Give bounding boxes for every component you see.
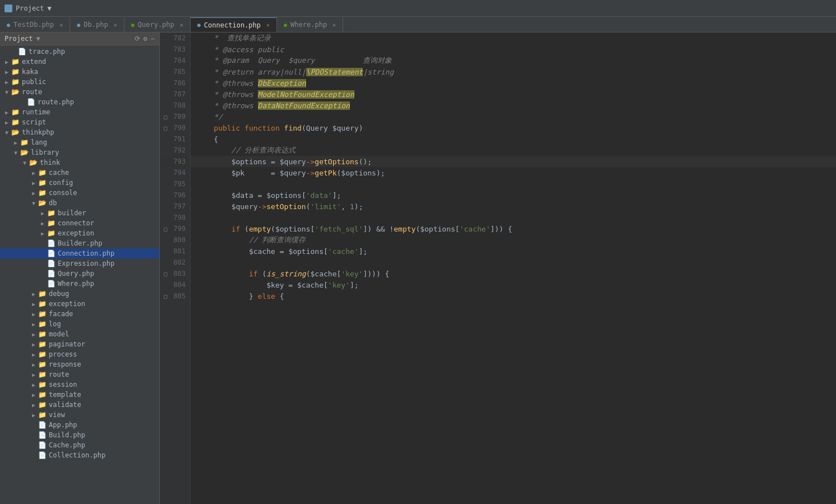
sidebar-item-cache[interactable]: ▶ 📁 cache [0,168,159,178]
sidebar-item-session[interactable]: ▶ 📁 session [0,380,159,390]
sidebar-label-route-php: route.php [38,98,74,106]
tab-testdb-close[interactable]: ✕ [59,22,63,28]
sidebar-item-config[interactable]: ▶ 📁 config [0,178,159,188]
sidebar-label-config: config [49,179,73,187]
sidebar-item-builder-php[interactable]: 📄 Builder.php [0,238,159,248]
tab-db[interactable]: ● Db.php ✕ [70,17,124,32]
tab-where[interactable]: ● Where.php ✕ [277,17,343,32]
folder-icon-validate: 📁 [38,401,47,409]
sidebar-item-trace[interactable]: 📄 trace.php [0,47,159,57]
tab-where-close[interactable]: ✕ [332,22,336,28]
sidebar-item-process[interactable]: ▶ 📁 process [0,349,159,359]
fold-marker-799[interactable]: □ [162,225,169,232]
tree-arrow-model: ▶ [29,331,38,337]
sidebar-label-script: script [22,118,46,126]
sidebar-item-runtime[interactable]: ▶ 📁 runtime [0,107,159,117]
sidebar-item-connector[interactable]: ▶ 📁 connector [0,218,159,228]
tab-testdb[interactable]: ● TestDb.php ✕ [0,17,70,32]
sidebar-item-extend[interactable]: ▶ 📁 extend [0,57,159,67]
gutter-line-789: □ 789 [160,111,190,122]
code-semi-797: ; [359,202,363,211]
code-line-802 [191,257,836,268]
sidebar-item-template[interactable]: ▶ 📁 template [0,390,159,400]
tab-query-close[interactable]: ✕ [180,22,183,28]
folder-icon-config: 📁 [38,179,47,187]
sidebar-dropdown-icon[interactable]: ▼ [36,35,40,43]
sidebar-item-app-php[interactable]: 📄 App.php [0,420,159,430]
sidebar-item-facade[interactable]: ▶ 📁 facade [0,309,159,319]
sidebar-label-console: console [49,189,77,197]
sidebar-item-collection-php[interactable]: 📄 Collection.php [0,450,159,460]
fold-marker-790[interactable]: □ [162,124,169,131]
sidebar-item-build-php[interactable]: 📄 Build.php [0,430,159,440]
sidebar-item-connection-php[interactable]: 📄 Connection.php [0,248,159,258]
sidebar-item-console[interactable]: ▶ 📁 console [0,188,159,198]
sidebar-item-log[interactable]: ▶ 📁 log [0,319,159,329]
sidebar-header: Project ▼ ⟳ ⚙ − [0,33,159,45]
tree-arrow-paginator: ▶ [29,341,38,348]
sidebar-item-exception-folder[interactable]: ▶ 📁 exception [0,228,159,238]
tree-arrow-thinkphp: ▼ [2,130,11,136]
sidebar-item-exception2[interactable]: ▶ 📁 exception [0,299,159,309]
sidebar-sync-icon[interactable]: ⟳ [135,35,140,43]
title-bar-dropdown-icon[interactable]: ▼ [48,4,52,12]
sidebar-item-paginator[interactable]: ▶ 📁 paginator [0,339,159,349]
sidebar-item-script[interactable]: ▶ 📁 script [0,117,159,127]
sidebar-item-cache-php[interactable]: 📄 Cache.php [0,440,159,450]
sidebar-item-db[interactable]: ▼ 📂 db [0,198,159,208]
folder-icon-console: 📁 [38,189,47,197]
sidebar-item-lang[interactable]: ▶ 📁 lang [0,137,159,147]
sidebar-label-library: library [31,149,59,156]
code-space-790b [280,124,284,132]
code-brace-805: } [249,292,258,300]
folder-icon-lang: 📁 [20,138,29,146]
fold-marker-805[interactable]: □ [162,293,169,299]
code-semi-794: ; [381,169,385,177]
sidebar-gear-icon[interactable]: ⚙ [144,35,147,43]
folder-icon-connector: 📁 [47,219,56,227]
sidebar-label-expression-php: Expression.php [58,260,114,267]
sidebar-item-view[interactable]: ▶ 📁 view [0,410,159,420]
sidebar-item-think[interactable]: ▼ 📂 think [0,158,159,168]
sidebar-item-kaka[interactable]: ▶ 📁 kaka [0,67,159,77]
gutter-line-796: 796 [160,189,190,201]
code-space-805: { [275,292,284,300]
code-paren-799c: ( [415,225,420,233]
sidebar-item-route[interactable]: ▼ 📂 route [0,87,159,97]
code-spaces-794: = [244,169,280,177]
code-space-799: ( [240,225,249,233]
code-str-801: 'cache' [328,247,359,256]
sidebar-item-model[interactable]: ▶ 📁 model [0,329,159,339]
code-line-800: // 判断查询缓存 [191,234,836,246]
code-bracket-803a: [ [336,270,341,278]
fold-marker-789[interactable]: □ [162,113,169,120]
tab-query[interactable]: ● Query.php ✕ [124,17,191,32]
code-var-query-790: $query [332,124,359,132]
sidebar-item-query-php[interactable]: 📄 Query.php [0,269,159,279]
code-paren-793: () [359,158,368,166]
code-area[interactable]: * 查找单条记录 * @access public * @param Query… [191,33,836,504]
tab-db-close[interactable]: ✕ [114,22,117,28]
code-arr-801: $options [288,247,324,256]
sidebar-item-where-php[interactable]: 📄 Where.php [0,279,159,289]
sidebar-item-response[interactable]: ▶ 📁 response [0,359,159,369]
sidebar-label-paginator: paginator [49,340,85,348]
code-eq-801: = [275,247,288,256]
sidebar-item-library[interactable]: ▼ 📂 library [0,147,159,158]
folder-icon-view: 📁 [38,411,47,419]
tab-connection[interactable]: ● Connection.php ✕ [191,17,277,32]
sidebar-item-route-php[interactable]: 📄 route.php [0,97,159,107]
sidebar-item-debug[interactable]: ▶ 📁 debug [0,289,159,299]
fold-marker-803[interactable]: □ [162,270,169,277]
sidebar-minimize-icon[interactable]: − [151,35,155,43]
sidebar-item-thinkphp[interactable]: ▼ 📂 thinkphp [0,127,159,137]
sidebar-item-public[interactable]: ▶ 📁 public [0,77,159,87]
sidebar-item-validate[interactable]: ▶ 📁 validate [0,400,159,410]
code-indent-793 [196,158,232,166]
sidebar-item-builder-folder[interactable]: ▶ 📁 builder [0,208,159,218]
tab-connection-close[interactable]: ✕ [266,22,270,28]
code-line-787: * @throws ModelNotFoundException [191,89,836,100]
sidebar-label-builder-folder: builder [58,209,86,217]
sidebar-item-expression-php[interactable]: 📄 Expression.php [0,258,159,269]
sidebar-item-route2[interactable]: ▶ 📁 route [0,369,159,380]
